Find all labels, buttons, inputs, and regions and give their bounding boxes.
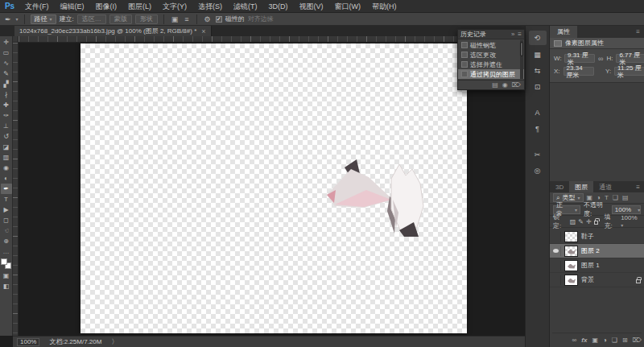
add-mask-icon[interactable]: ▣ [592,337,598,344]
tab-layers[interactable]: 图层 [569,181,593,192]
make-shape-button[interactable]: 形状 [135,14,158,24]
paragraph-panel-icon[interactable]: ¶ [529,122,547,135]
filter-smart-objects-icon[interactable]: ▤ [621,194,630,201]
pen-tool-icon[interactable]: ✒ [1,184,12,194]
blur-tool-icon[interactable]: ◉ [1,163,12,173]
character-panel-icon[interactable]: A [529,106,547,119]
lock-pixels-icon[interactable]: ✎ [578,218,584,225]
new-group-icon[interactable]: ❏ [612,337,617,344]
menu-window[interactable]: 窗口(W) [329,0,367,13]
new-document-from-state-icon[interactable]: ▤ [492,81,498,89]
menu-file[interactable]: 文件(F) [19,0,55,13]
adjustments-panel-icon[interactable]: ⇆ [529,64,547,77]
new-snapshot-icon[interactable]: ◉ [502,81,508,89]
layer-thumbnail[interactable] [564,231,578,242]
close-icon[interactable]: × [201,27,205,35]
delete-layer-icon[interactable]: ⌦ [633,337,642,344]
menu-type[interactable]: 文字(Y) [157,0,192,13]
lasso-tool-icon[interactable]: ∿ [1,58,12,68]
brush-tool-icon[interactable]: ✑ [1,110,12,121]
layer-thumbnail[interactable] [564,275,578,286]
screen-mode-icon[interactable]: ◧ [1,281,12,291]
dodge-tool-icon[interactable]: ◐ [1,173,12,184]
document-tab[interactable]: 1024x768_2d0ec2333ab16b3.jpg @ 100% (图层 … [14,26,212,36]
gear-icon[interactable]: ⚙ [203,15,213,23]
link-layers-icon[interactable]: ∞ [572,337,577,344]
path-alignment-icon[interactable]: ≡ [183,15,190,23]
zoom-level-field[interactable]: 100% [17,338,39,346]
healing-brush-tool-icon[interactable]: ✚ [1,100,12,110]
hand-tool-icon[interactable]: ☜ [1,225,12,236]
foreground-color-swatch[interactable] [1,258,7,265]
libraries-panel-icon[interactable]: ⊡ [529,81,547,93]
new-layer-icon[interactable]: ⊞ [622,337,628,344]
crop-tool-icon[interactable]: ▞ [1,79,12,89]
vertical-ruler[interactable] [13,43,19,336]
link-dimensions-icon[interactable]: ∞ [598,55,603,63]
menu-help[interactable]: 帮助(H) [366,0,402,13]
layer-name[interactable]: 图层 2 [581,246,600,255]
edit-toolbar-icon[interactable]: … [1,246,12,257]
layer-row-shoes[interactable]: 鞋子 [550,229,644,244]
path-operations-icon[interactable]: ▣ [170,15,180,23]
layer-row-background[interactable]: 背景 [550,273,644,287]
menu-edit[interactable]: 编辑(E) [55,0,90,13]
menu-layer[interactable]: 图层(L) [122,0,157,13]
zoom-tool-icon[interactable]: ⊕ [1,236,12,246]
width-field[interactable]: 9.31 厘米 [564,54,595,63]
layer-row-layer-1[interactable]: 图层 1 [550,258,644,273]
panel-menu-icon[interactable]: ≡ [632,26,644,38]
history-brush-tool-icon[interactable]: ↺ [1,131,12,142]
foreground-background-swatches[interactable] [1,258,11,269]
tool-mode-select[interactable]: 路径▾ [31,14,56,24]
notes-panel-icon[interactable]: ◎ [529,164,547,177]
horizontal-ruler[interactable] [19,36,525,43]
menu-image[interactable]: 图像(I) [90,0,123,13]
tool-presets-panel-icon[interactable]: ✂ [529,148,547,161]
height-field[interactable]: 6.77 厘米 [616,54,644,63]
rectangle-tool-icon[interactable]: ◻ [1,215,12,225]
history-panel-icon[interactable]: ⟲ [529,31,547,45]
eyedropper-tool-icon[interactable]: ∤ [1,89,12,100]
make-mask-button[interactable]: 蒙版 [109,14,132,24]
fill-field[interactable]: 100% ▾ [621,214,641,229]
document-canvas[interactable] [80,43,467,333]
move-tool-icon[interactable]: ✛ [1,37,12,48]
history-item-select-and-mask[interactable]: 选择并遮住 [458,60,524,69]
menu-view[interactable]: 视图(V) [294,0,329,13]
panel-menu-icon[interactable]: ≡ [518,31,522,38]
layer-name[interactable]: 图层 1 [581,261,600,270]
tab-channels[interactable]: 通道 [593,181,617,192]
make-selection-button[interactable]: 选区… [77,14,106,24]
layer-name[interactable]: 鞋子 [581,232,594,241]
lock-position-icon[interactable]: ✛ [586,218,592,225]
history-scrollbar[interactable] [520,40,523,79]
path-selection-tool-icon[interactable]: ▶ [1,204,12,215]
history-item-magnetic-pen[interactable]: 磁性钢笔 [458,40,524,50]
panel-menu-icon[interactable]: ≡ [632,181,644,192]
layer-style-icon[interactable]: fx [581,337,587,344]
status-options-arrow-icon[interactable]: 〉 [111,337,118,346]
canvas-pasteboard[interactable] [13,36,525,336]
visibility-toggle[interactable] [551,275,561,285]
tab-properties[interactable]: 属性 [550,26,577,38]
ruler-origin-box[interactable] [13,36,19,43]
marquee-tool-icon[interactable]: ▭ [1,48,12,58]
delete-state-icon[interactable]: ⌦ [512,81,521,89]
layer-thumbnail[interactable] [564,260,578,271]
menu-select[interactable]: 选择(S) [192,0,228,13]
gradient-tool-icon[interactable]: ▥ [1,152,12,163]
pen-tool-preset-icon[interactable]: ✒ [3,15,13,23]
magnetic-checkbox[interactable]: ✓ [216,16,222,23]
filter-shape-layers-icon[interactable]: ❏ [612,194,619,201]
layer-row-layer-2[interactable]: 图层 2 [550,244,644,258]
lock-all-icon[interactable] [594,221,599,225]
adjustment-layer-icon[interactable]: ◑ [603,337,607,344]
clone-stamp-tool-icon[interactable]: ⊥ [1,121,12,131]
visibility-toggle[interactable] [551,246,561,256]
y-field[interactable]: 11.25 厘米 [614,67,644,76]
visibility-toggle[interactable] [551,261,561,271]
type-tool-icon[interactable]: T [1,194,12,204]
quick-selection-tool-icon[interactable]: ✎ [1,68,12,79]
history-item-selection-changed[interactable]: 选区更改 [458,50,524,60]
